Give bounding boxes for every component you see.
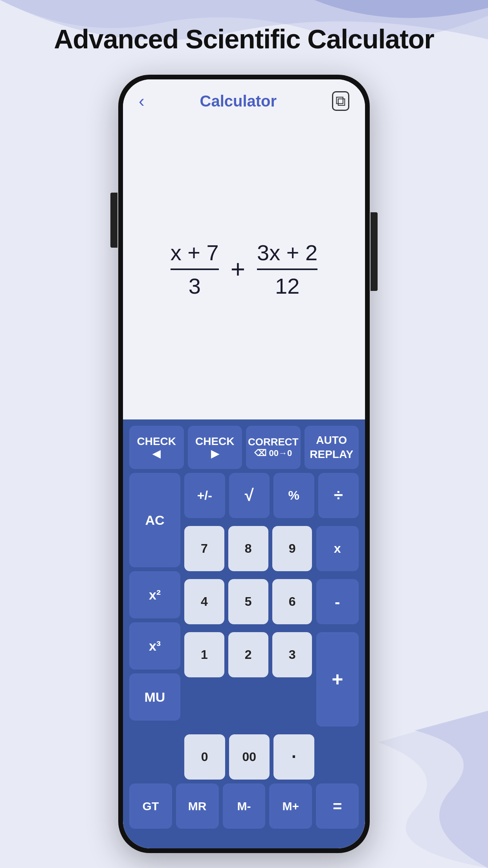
phone-frame: ‹ Calculator ⧉ x + 7 3 + 3x + 2 12 xyxy=(118,75,370,853)
x-squared-button[interactable]: x² xyxy=(129,571,180,618)
minus-button[interactable]: - xyxy=(316,579,359,624)
key-7[interactable]: 7 xyxy=(184,526,224,571)
fraction-1: x + 7 3 xyxy=(171,240,219,299)
plus-minus-button[interactable]: +/- xyxy=(184,473,225,518)
key-3[interactable]: 3 xyxy=(272,632,312,677)
m-plus-button[interactable]: M+ xyxy=(269,783,312,829)
key-00[interactable]: 00 xyxy=(229,734,270,780)
back-button[interactable]: ‹ xyxy=(139,91,145,111)
mu-button[interactable]: MU xyxy=(129,673,180,721)
key-9[interactable]: 9 xyxy=(272,526,312,571)
main-keyboard-grid: AC x² x³ MU +/- √ % ÷ xyxy=(129,473,359,780)
calculator-keyboard: CHECK◀ CHECK▶ CORRECT⌫ 00→0 AUTOREPLAY A… xyxy=(123,419,365,848)
key-8[interactable]: 8 xyxy=(228,526,268,571)
math-expression: x + 7 3 + 3x + 2 12 xyxy=(171,240,317,299)
check-right-button[interactable]: CHECK▶ xyxy=(188,426,242,469)
key-1[interactable]: 1 xyxy=(184,632,224,677)
fraction-1-numerator: x + 7 xyxy=(171,240,219,270)
key-0[interactable]: 0 xyxy=(184,734,225,780)
divide-button[interactable]: ÷ xyxy=(318,473,359,518)
add-button[interactable]: + xyxy=(316,632,359,726)
function-row: CHECK◀ CHECK▶ CORRECT⌫ 00→0 AUTOREPLAY xyxy=(129,426,359,469)
ac-button[interactable]: AC xyxy=(129,473,180,567)
percent-button[interactable]: % xyxy=(273,473,314,518)
mr-button[interactable]: MR xyxy=(176,783,219,829)
multiply-button[interactable]: x xyxy=(316,526,359,571)
row-789: 7 8 9 x xyxy=(184,526,359,571)
fraction-2-numerator: 3x + 2 xyxy=(257,240,317,270)
correct-button[interactable]: CORRECT⌫ 00→0 xyxy=(246,426,301,469)
plus-operator: + xyxy=(231,255,245,284)
phone-inner: ‹ Calculator ⧉ x + 7 3 + 3x + 2 12 xyxy=(123,79,365,848)
gt-button[interactable]: GT xyxy=(129,783,172,829)
fraction-1-denominator: 3 xyxy=(189,270,201,299)
calculator-display: x + 7 3 + 3x + 2 12 xyxy=(123,119,365,419)
key-6[interactable]: 6 xyxy=(272,579,312,624)
row-0-dot: 0 00 · xyxy=(184,734,359,780)
key-4[interactable]: 4 xyxy=(184,579,224,624)
external-link-icon[interactable]: ⧉ xyxy=(332,91,349,111)
operator-row: +/- √ % ÷ xyxy=(184,473,359,518)
fraction-2-denominator: 12 xyxy=(275,270,299,299)
m-minus-button[interactable]: M- xyxy=(223,783,266,829)
check-left-button[interactable]: CHECK◀ xyxy=(129,426,184,469)
nav-bar: ‹ Calculator ⧉ xyxy=(123,79,365,119)
left-function-column: AC x² x³ MU xyxy=(129,473,180,780)
key-2[interactable]: 2 xyxy=(228,632,268,677)
row-123-plus: 1 2 3 + xyxy=(184,632,359,726)
nav-title: Calculator xyxy=(200,92,277,110)
fraction-2: 3x + 2 12 xyxy=(257,240,317,299)
right-keyboard-section: +/- √ % ÷ 7 8 9 x xyxy=(184,473,359,780)
sqrt-button[interactable]: √ xyxy=(229,473,270,518)
x-cubed-button[interactable]: x³ xyxy=(129,622,180,669)
key-dot[interactable]: · xyxy=(273,734,314,780)
equals-button[interactable]: = xyxy=(316,783,359,829)
auto-replay-button[interactable]: AUTOREPLAY xyxy=(305,426,359,469)
memory-row: GT MR M- M+ = xyxy=(129,783,359,829)
page-title: Advanced Scientific Calculator xyxy=(0,24,488,54)
key-5[interactable]: 5 xyxy=(228,579,268,624)
row-456: 4 5 6 - xyxy=(184,579,359,624)
